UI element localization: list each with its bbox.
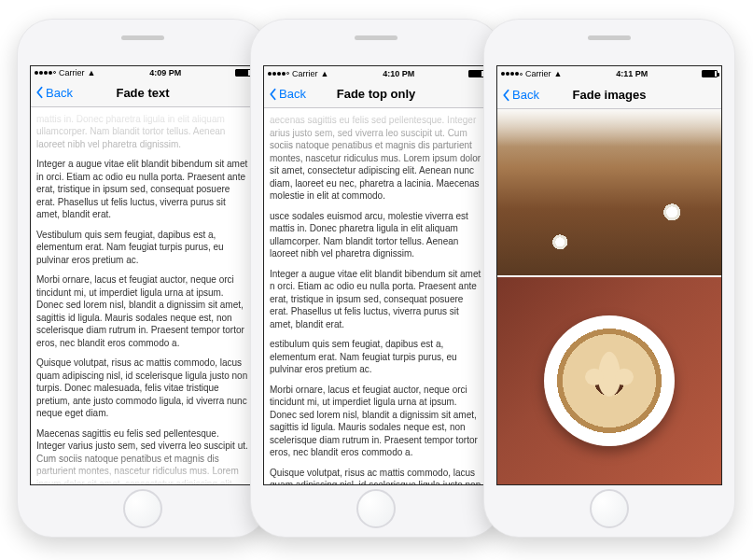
paragraph: Vestibulum quis sem feugiat, dapibus est… xyxy=(36,229,249,267)
paragraph: Integer a augue vitae elit blandit biben… xyxy=(36,158,249,221)
nav-bar: Back Fade images xyxy=(497,81,721,109)
wifi-icon: ▲ xyxy=(88,68,96,77)
screen: Carrier ▲ 4:10 PM Back Fade top only aec… xyxy=(263,65,489,485)
image-latte xyxy=(497,277,721,484)
chevron-left-icon xyxy=(501,89,510,102)
status-time: 4:09 PM xyxy=(149,68,181,77)
page-title: Fade text xyxy=(116,86,169,100)
back-button[interactable]: Back xyxy=(268,87,306,101)
paragraph: Morbi ornare, lacus et feugiat auctor, n… xyxy=(36,273,249,349)
nav-bar: Back Fade top only xyxy=(264,80,488,108)
back-label: Back xyxy=(279,87,306,101)
battery-icon xyxy=(468,70,484,77)
paragraph: estibulum quis sem feugiat, dapibus est … xyxy=(270,338,482,376)
carrier-label: Carrier xyxy=(292,69,318,78)
latte-cup-icon xyxy=(544,315,675,446)
paragraph: Integer a augue vitae elit blandit biben… xyxy=(270,268,482,331)
status-bar: Carrier ▲ 4:10 PM xyxy=(264,66,488,80)
phone-fade-top-only: Carrier ▲ 4:10 PM Back Fade top only aec… xyxy=(250,19,502,538)
wifi-icon: ▲ xyxy=(554,69,563,78)
phone-fade-text: Carrier ▲ 4:09 PM Back Fade text mattis … xyxy=(17,19,269,538)
phone-fade-images: Carrier ▲ 4:11 PM Back Fade images xyxy=(483,19,735,538)
back-button[interactable]: Back xyxy=(501,88,539,102)
paragraph: Maecenas sagittis eu felis sed pellentes… xyxy=(36,427,249,484)
latte-art-icon xyxy=(598,352,621,397)
status-time: 4:11 PM xyxy=(616,69,648,78)
paragraph: Quisque volutpat, risus ac mattis commod… xyxy=(270,467,482,484)
paragraph: usce sodales euismod arcu, molestie vive… xyxy=(270,210,482,260)
paragraph: mattis in. Donec pharetra ligula in elit… xyxy=(36,113,249,151)
back-label: Back xyxy=(512,88,539,102)
text-body: mattis in. Donec pharetra ligula in elit… xyxy=(31,107,255,484)
image-wood-table xyxy=(497,109,721,277)
paragraph: Quisque volutpat, risus ac mattis commod… xyxy=(36,357,249,420)
status-time: 4:10 PM xyxy=(383,69,414,78)
signal-icon xyxy=(35,71,56,75)
chevron-left-icon xyxy=(268,88,277,101)
page-title: Fade images xyxy=(573,88,647,102)
signal-icon xyxy=(268,72,289,76)
chevron-left-icon xyxy=(35,86,44,99)
battery-icon xyxy=(702,70,718,77)
battery-icon xyxy=(235,69,251,77)
carrier-label: Carrier xyxy=(525,69,551,78)
paragraph: Morbi ornare, lacus et feugiat auctor, n… xyxy=(270,384,482,459)
screen: Carrier ▲ 4:09 PM Back Fade text mattis … xyxy=(30,65,256,485)
page-title: Fade top only xyxy=(337,87,416,101)
scroll-content[interactable] xyxy=(497,109,721,484)
wifi-icon: ▲ xyxy=(321,69,329,78)
back-label: Back xyxy=(46,86,73,100)
image-list xyxy=(497,109,721,484)
paragraph: aecenas sagittis eu felis sed pellentesq… xyxy=(270,114,482,203)
carrier-label: Carrier xyxy=(59,68,85,77)
scroll-content[interactable]: mattis in. Donec pharetra ligula in elit… xyxy=(31,107,255,484)
nav-bar: Back Fade text xyxy=(31,79,255,107)
scroll-content[interactable]: aecenas sagittis eu felis sed pellentesq… xyxy=(264,108,488,484)
screen: Carrier ▲ 4:11 PM Back Fade images xyxy=(496,65,722,485)
status-bar: Carrier ▲ 4:11 PM xyxy=(497,66,721,81)
back-button[interactable]: Back xyxy=(35,86,73,100)
text-body: aecenas sagittis eu felis sed pellentesq… xyxy=(264,108,488,484)
signal-icon xyxy=(501,72,523,76)
status-bar: Carrier ▲ 4:09 PM xyxy=(31,66,255,79)
